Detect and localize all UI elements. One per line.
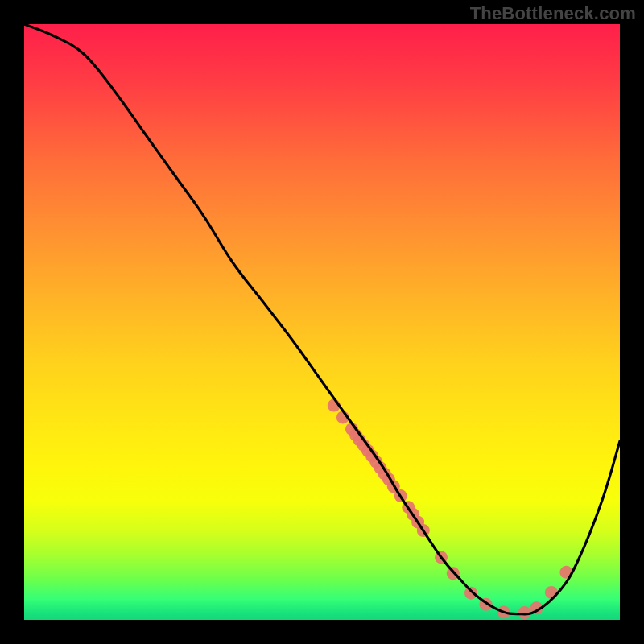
dots-group bbox=[328, 399, 573, 620]
gradient-plot-area bbox=[24, 24, 620, 620]
bottleneck-curve bbox=[24, 24, 620, 614]
plot-svg bbox=[24, 24, 620, 620]
sample-dot bbox=[464, 587, 477, 600]
chart-frame: TheBottleneck.com bbox=[0, 0, 644, 644]
watermark-text: TheBottleneck.com bbox=[470, 3, 636, 24]
